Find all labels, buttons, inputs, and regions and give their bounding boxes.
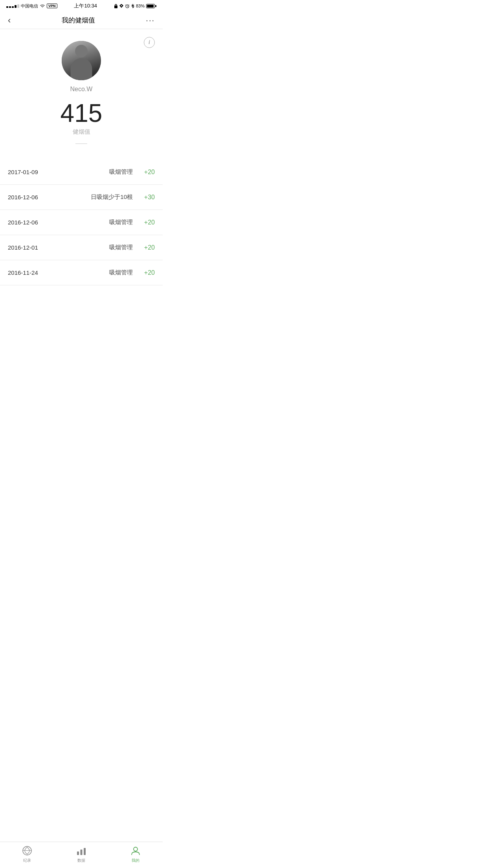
signal-icon	[6, 4, 19, 8]
lock-icon	[114, 4, 118, 8]
nav-bar: ‹ 我的健烟值 ···	[0, 12, 163, 29]
page-title: 我的健烟值	[62, 16, 95, 25]
record-type: 日吸烟少于10根	[91, 193, 133, 201]
more-button[interactable]: ···	[146, 16, 155, 25]
record-date: 2017-01-09	[8, 169, 59, 175]
wifi-icon	[40, 4, 45, 8]
svg-point-2	[121, 5, 122, 6]
location-icon	[119, 4, 123, 8]
record-type: 吸烟管理	[109, 244, 133, 251]
avatar	[62, 41, 101, 80]
record-item[interactable]: 2016-12-06日吸烟少于10根+30	[0, 185, 163, 210]
record-points: +30	[139, 194, 155, 201]
alarm-icon	[125, 4, 130, 8]
bluetooth-icon	[131, 4, 134, 8]
record-points: +20	[139, 244, 155, 251]
record-date: 2016-12-06	[8, 194, 59, 200]
avatar-image	[62, 41, 101, 80]
status-right: 83%	[114, 4, 156, 8]
record-item[interactable]: 2017-01-09吸烟管理+20	[0, 160, 163, 185]
status-bar: 中国电信 VPN 上午10:34	[0, 0, 163, 12]
divider	[75, 143, 87, 144]
profile-section: i Neco.W 415 健烟值	[0, 29, 163, 152]
battery-icon	[146, 4, 156, 8]
record-item[interactable]: 2016-12-06吸烟管理+20	[0, 210, 163, 235]
status-left: 中国电信 VPN	[6, 3, 57, 9]
record-date: 2016-11-24	[8, 269, 59, 276]
score-value: 415	[61, 101, 103, 126]
back-button[interactable]: ‹	[8, 16, 11, 25]
record-date: 2016-12-06	[8, 219, 59, 226]
info-button[interactable]: i	[144, 37, 155, 48]
score-label: 健烟值	[73, 128, 90, 136]
vpn-badge: VPN	[47, 4, 57, 8]
record-type: 吸烟管理	[109, 219, 133, 226]
records-section: 2017-01-09吸烟管理+202016-12-06日吸烟少于10根+3020…	[0, 160, 163, 285]
record-type: 吸烟管理	[109, 269, 133, 276]
record-item[interactable]: 2016-12-01吸烟管理+20	[0, 235, 163, 260]
svg-rect-0	[114, 6, 117, 8]
record-item[interactable]: 2016-11-24吸烟管理+20	[0, 260, 163, 285]
record-type: 吸烟管理	[109, 168, 133, 176]
status-time: 上午10:34	[74, 2, 97, 9]
record-points: +20	[139, 219, 155, 226]
record-date: 2016-12-01	[8, 244, 59, 251]
username-label: Neco.W	[70, 86, 93, 93]
record-points: +20	[139, 269, 155, 276]
battery-percent: 83%	[136, 4, 145, 8]
carrier-label: 中国电信	[21, 3, 38, 9]
record-points: +20	[139, 169, 155, 176]
